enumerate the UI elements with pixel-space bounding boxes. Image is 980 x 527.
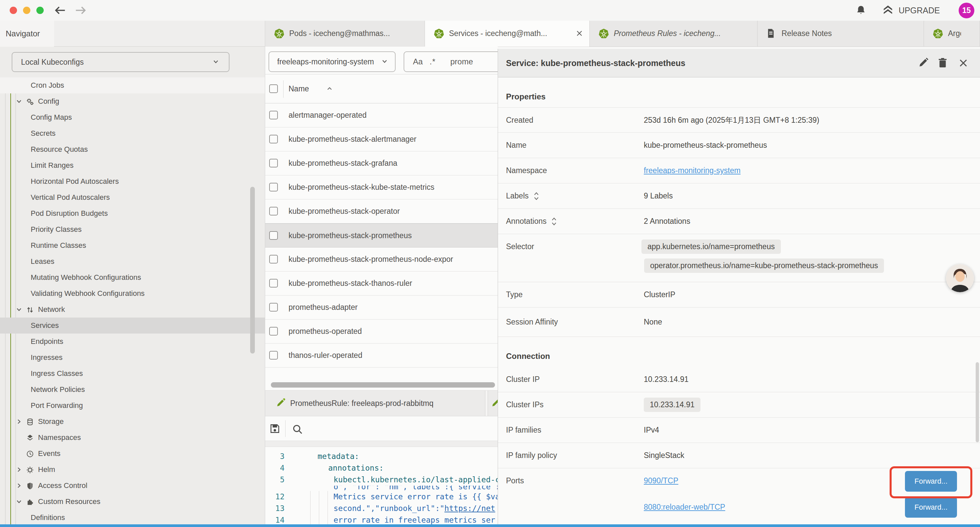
table-row[interactable]: prometheus-operated [265, 320, 498, 344]
table-horizontal-scrollbar[interactable] [271, 382, 495, 388]
navigator-tab[interactable]: Navigator [0, 21, 54, 47]
tree-item[interactable]: Leases [0, 253, 265, 269]
navigator-scrollbar[interactable] [250, 187, 255, 353]
table-row[interactable]: alertmanager-operated [265, 103, 498, 127]
forward-port-button[interactable]: Forward... [905, 471, 957, 492]
tree-item[interactable]: Definitions [0, 509, 265, 525]
table-row[interactable]: kube-prometheus-stack-prometheus [265, 223, 498, 247]
close-panel-icon[interactable] [958, 58, 968, 68]
tree-item[interactable]: Resource Quotas [0, 142, 265, 158]
editor-tab[interactable]: Services - icecheng@math... [425, 21, 590, 47]
table-row[interactable]: kube-prometheus-stack-grafana [265, 151, 498, 175]
tree-item[interactable]: Network Policies [0, 382, 265, 398]
tree-item[interactable]: Endpoints [0, 334, 265, 350]
annotations-expander-icon[interactable] [551, 217, 557, 226]
avatar[interactable] [946, 264, 974, 292]
tree-chevron-icon[interactable] [15, 498, 23, 505]
tree-item[interactable]: Storage [0, 414, 265, 430]
table-row[interactable]: kube-prometheus-stack-prometheus-node-ex… [265, 247, 498, 272]
row-checkbox[interactable] [269, 159, 278, 167]
upgrade-icon[interactable] [882, 4, 894, 16]
namespace-link[interactable]: freeleaps-monitoring-system [644, 166, 740, 175]
tree-item[interactable]: Priority Classes [0, 221, 265, 237]
row-checkbox[interactable] [269, 279, 278, 288]
tree-item[interactable]: Config [0, 93, 265, 110]
tree-item[interactable]: Access Control [0, 478, 265, 494]
tree-item[interactable]: Port Forwarding [0, 398, 265, 414]
port-8080-link[interactable]: 8080:reloader-web/TCP [644, 503, 725, 512]
yaml-editor[interactable]: 3 metadata: 4 annotations: 5 kubectl.kub… [265, 451, 498, 526]
row-checkbox[interactable] [269, 207, 278, 215]
table-row[interactable]: prometheus-adapter [265, 296, 498, 320]
tree-item[interactable]: Ingresses [0, 350, 265, 366]
row-checkbox[interactable] [269, 135, 278, 143]
tree-item[interactable]: Cron Jobs [0, 77, 265, 93]
forward-port-button[interactable]: Forward... [905, 497, 957, 517]
row-checkbox[interactable] [269, 255, 278, 263]
update-count-badge[interactable]: 15 [959, 3, 974, 18]
tree-item[interactable]: Network [0, 301, 265, 318]
search-input[interactable]: Aa .* prome [404, 51, 498, 72]
editor-resource-tab-partial[interactable] [488, 390, 498, 416]
tab-close-icon[interactable] [575, 29, 584, 37]
match-case-toggle[interactable]: Aa [413, 52, 423, 72]
port-9090-link[interactable]: 9090/TCP [644, 476, 678, 485]
tree-chevron-icon[interactable] [15, 306, 23, 313]
tree-chevron-icon[interactable] [15, 482, 23, 489]
editor-search-icon[interactable] [292, 424, 303, 435]
details-scrollbar[interactable] [976, 362, 979, 442]
back-icon[interactable] [53, 4, 67, 16]
tree-chevron-icon[interactable] [15, 98, 23, 105]
tree-item[interactable]: Secrets [0, 126, 265, 142]
tree-item[interactable]: Config Maps [0, 110, 265, 126]
notifications-bell-icon[interactable] [855, 5, 867, 16]
runbook-url-link[interactable]: https://net [444, 504, 495, 513]
table-row[interactable]: kube-prometheus-stack-alertmanager [265, 127, 498, 151]
table-row[interactable]: thanos-ruler-operated [265, 344, 498, 368]
editor-tab[interactable]: Release Notes [757, 21, 924, 46]
tree-item[interactable]: Namespaces [0, 430, 265, 446]
delete-resource-icon[interactable] [937, 57, 948, 68]
tree-item[interactable]: Runtime Classes [0, 237, 265, 253]
table-row[interactable]: kube-prometheus-stack-kube-state-metrics [265, 175, 498, 199]
tree-item[interactable]: Limit Ranges [0, 158, 265, 174]
editor-tab[interactable]: Pods - icecheng@mathmas... [265, 21, 425, 46]
minimize-window-button[interactable] [23, 7, 30, 14]
name-column-header[interactable]: Name [288, 74, 309, 103]
upgrade-label[interactable]: UPGRADE [899, 0, 940, 21]
editor-tab[interactable]: Prometheus Rules - icecheng... [590, 21, 757, 46]
row-checkbox[interactable] [269, 303, 278, 312]
row-checkbox[interactable] [269, 183, 278, 191]
tree-chevron-icon[interactable] [15, 418, 23, 425]
tree-chevron-icon[interactable] [15, 466, 23, 473]
row-checkbox[interactable] [269, 111, 278, 119]
labels-expander-icon[interactable] [533, 191, 539, 201]
tree-item[interactable]: Mutating Webhook Configurations [0, 269, 265, 285]
kubeconfig-selector[interactable]: Local Kubeconfigs [12, 52, 229, 72]
save-icon[interactable] [270, 424, 280, 434]
tree-item[interactable]: Vertical Pod Autoscalers [0, 189, 265, 205]
table-row[interactable]: kube-prometheus-stack-thanos-ruler [265, 272, 498, 296]
row-checkbox[interactable] [269, 327, 278, 336]
tree-item[interactable]: Services [0, 318, 265, 334]
sort-ascending-icon[interactable] [326, 85, 333, 92]
regex-toggle[interactable]: .* [430, 52, 436, 72]
select-all-checkbox[interactable] [269, 84, 278, 93]
editor-tab[interactable]: Argo Se [924, 21, 980, 46]
tree-item[interactable]: Pod Disruption Budgets [0, 205, 265, 221]
zoom-window-button[interactable] [37, 7, 44, 14]
namespace-filter-dropdown[interactable]: freeleaps-monitoring-system [269, 51, 396, 72]
tree-item[interactable]: Helm [0, 462, 265, 478]
row-checkbox[interactable] [269, 231, 278, 240]
table-row[interactable]: kube-prometheus-stack-operator [265, 199, 498, 223]
tree-item[interactable]: Ingress Classes [0, 366, 265, 382]
tree-item[interactable]: Custom Resources [0, 494, 265, 509]
close-window-button[interactable] [10, 7, 17, 14]
row-checkbox[interactable] [269, 351, 278, 360]
tree-item[interactable]: Validating Webhook Configurations [0, 285, 265, 301]
forward-icon[interactable] [74, 4, 88, 16]
tree-item[interactable]: Horizontal Pod Autoscalers [0, 174, 265, 189]
tree-item[interactable]: Events [0, 446, 265, 462]
edit-resource-icon[interactable] [918, 57, 929, 68]
editor-resource-tab[interactable]: PrometheusRule: freeleaps-prod-rabbitmq [265, 390, 485, 416]
